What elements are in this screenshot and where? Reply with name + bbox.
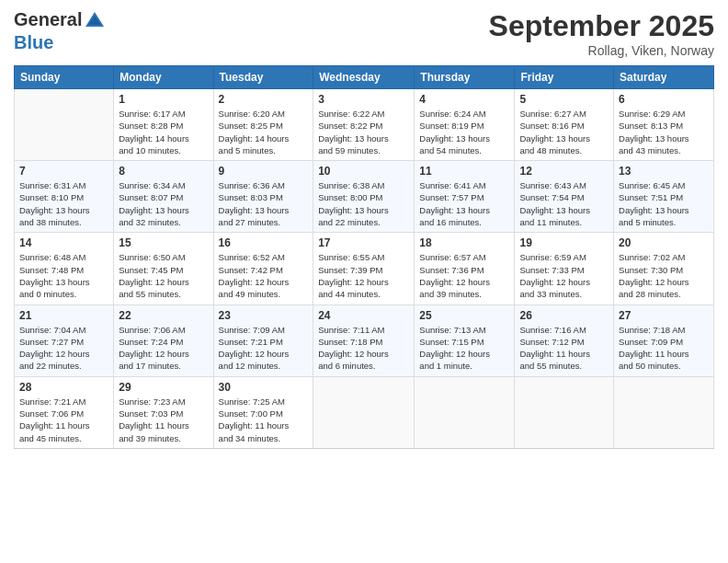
weekday-header-sunday: Sunday: [15, 66, 114, 89]
day-info: Sunrise: 6:29 AMSunset: 8:13 PMDaylight:…: [619, 108, 709, 156]
day-info: Sunrise: 6:41 AMSunset: 7:57 PMDaylight:…: [419, 179, 509, 228]
day-info: Sunrise: 7:09 AMSunset: 7:21 PMDaylight:…: [219, 324, 309, 373]
day-info: Sunrise: 6:59 AMSunset: 7:33 PMDaylight:…: [519, 251, 609, 300]
day-info: Sunrise: 6:17 AMSunset: 8:28 PMDaylight:…: [119, 108, 208, 156]
calendar-cell: 15Sunrise: 6:50 AMSunset: 7:45 PMDayligh…: [114, 233, 213, 304]
weekday-header-thursday: Thursday: [415, 66, 515, 89]
calendar-cell: 5Sunrise: 6:27 AMSunset: 8:16 PMDaylight…: [515, 89, 614, 161]
calendar-cell: 12Sunrise: 6:43 AMSunset: 7:54 PMDayligh…: [515, 161, 614, 233]
day-info: Sunrise: 6:57 AMSunset: 7:36 PMDaylight:…: [419, 251, 509, 300]
day-info: Sunrise: 6:50 AMSunset: 7:45 PMDaylight:…: [119, 251, 208, 300]
calendar-cell: 2Sunrise: 6:20 AMSunset: 8:25 PMDaylight…: [213, 89, 313, 161]
calendar-cell: [515, 376, 614, 448]
day-number: 6: [619, 93, 709, 106]
calendar-cell: 30Sunrise: 7:25 AMSunset: 7:00 PMDayligh…: [213, 376, 313, 448]
month-title: September 2025: [489, 9, 714, 43]
day-number: 8: [119, 165, 208, 178]
day-info: Sunrise: 7:16 AMSunset: 7:12 PMDaylight:…: [519, 324, 609, 373]
weekday-header-saturday: Saturday: [614, 66, 714, 89]
day-number: 11: [419, 165, 509, 178]
weekday-header-tuesday: Tuesday: [213, 66, 313, 89]
calendar-cell: 24Sunrise: 7:11 AMSunset: 7:18 PMDayligh…: [313, 304, 415, 376]
day-number: 30: [219, 381, 309, 394]
calendar-cell: 16Sunrise: 6:52 AMSunset: 7:42 PMDayligh…: [213, 233, 313, 304]
calendar-cell: 25Sunrise: 7:13 AMSunset: 7:15 PMDayligh…: [415, 304, 515, 376]
calendar-cell: 18Sunrise: 6:57 AMSunset: 7:36 PMDayligh…: [415, 233, 515, 304]
day-number: 25: [419, 309, 509, 322]
calendar-cell: 8Sunrise: 6:34 AMSunset: 8:07 PMDaylight…: [114, 161, 213, 233]
day-number: 13: [619, 165, 709, 178]
weekday-header-monday: Monday: [114, 66, 213, 89]
title-block: September 2025 Rollag, Viken, Norway: [489, 9, 714, 58]
calendar-cell: 7Sunrise: 6:31 AMSunset: 8:10 PMDaylight…: [15, 161, 114, 233]
day-info: Sunrise: 7:02 AMSunset: 7:30 PMDaylight:…: [619, 251, 709, 300]
calendar-cell: 27Sunrise: 7:18 AMSunset: 7:09 PMDayligh…: [614, 304, 714, 376]
calendar: SundayMondayTuesdayWednesdayThursdayFrid…: [14, 65, 714, 449]
day-number: 22: [119, 309, 208, 322]
logo-general: General: [14, 9, 82, 29]
calendar-cell: 6Sunrise: 6:29 AMSunset: 8:13 PMDaylight…: [614, 89, 714, 161]
day-info: Sunrise: 6:36 AMSunset: 8:03 PMDaylight:…: [219, 179, 309, 228]
calendar-cell: 21Sunrise: 7:04 AMSunset: 7:27 PMDayligh…: [15, 304, 114, 376]
day-number: 28: [19, 381, 108, 394]
logo-triangle-icon: [84, 10, 106, 32]
day-number: 19: [519, 236, 609, 249]
day-info: Sunrise: 6:38 AMSunset: 8:00 PMDaylight:…: [318, 179, 409, 228]
day-info: Sunrise: 7:21 AMSunset: 7:06 PMDaylight:…: [19, 396, 108, 444]
day-info: Sunrise: 7:23 AMSunset: 7:03 PMDaylight:…: [119, 396, 208, 444]
calendar-cell: 20Sunrise: 7:02 AMSunset: 7:30 PMDayligh…: [614, 233, 714, 304]
day-number: 21: [19, 309, 108, 322]
day-info: Sunrise: 7:11 AMSunset: 7:18 PMDaylight:…: [318, 324, 409, 373]
day-info: Sunrise: 6:34 AMSunset: 8:07 PMDaylight:…: [119, 179, 208, 228]
calendar-cell: 22Sunrise: 7:06 AMSunset: 7:24 PMDayligh…: [114, 304, 213, 376]
day-number: 3: [318, 93, 409, 106]
day-number: 2: [219, 93, 309, 106]
day-number: 14: [19, 236, 108, 249]
day-info: Sunrise: 7:13 AMSunset: 7:15 PMDaylight:…: [419, 324, 509, 373]
day-info: Sunrise: 7:18 AMSunset: 7:09 PMDaylight:…: [619, 324, 709, 373]
logo: General Blue: [14, 9, 106, 52]
weekday-header-friday: Friday: [515, 66, 614, 89]
day-number: 23: [219, 309, 309, 322]
calendar-cell: [415, 376, 515, 448]
location: Rollag, Viken, Norway: [489, 43, 714, 58]
day-info: Sunrise: 7:04 AMSunset: 7:27 PMDaylight:…: [19, 324, 108, 373]
day-info: Sunrise: 6:24 AMSunset: 8:19 PMDaylight:…: [419, 108, 509, 156]
calendar-cell: 1Sunrise: 6:17 AMSunset: 8:28 PMDaylight…: [114, 89, 213, 161]
day-number: 17: [318, 236, 409, 249]
day-info: Sunrise: 6:48 AMSunset: 7:48 PMDaylight:…: [19, 251, 108, 300]
day-number: 4: [419, 93, 509, 106]
day-info: Sunrise: 6:43 AMSunset: 7:54 PMDaylight:…: [519, 179, 609, 228]
day-number: 20: [619, 236, 709, 249]
day-number: 24: [318, 309, 409, 322]
calendar-cell: 19Sunrise: 6:59 AMSunset: 7:33 PMDayligh…: [515, 233, 614, 304]
calendar-cell: 28Sunrise: 7:21 AMSunset: 7:06 PMDayligh…: [15, 376, 114, 448]
day-number: 15: [119, 236, 208, 249]
day-number: 1: [119, 93, 208, 106]
calendar-cell: 10Sunrise: 6:38 AMSunset: 8:00 PMDayligh…: [313, 161, 415, 233]
calendar-cell: [15, 89, 114, 161]
logo-blue: Blue: [14, 32, 106, 52]
day-info: Sunrise: 6:45 AMSunset: 7:51 PMDaylight:…: [619, 179, 709, 228]
calendar-cell: [313, 376, 415, 448]
day-number: 26: [519, 309, 609, 322]
day-number: 12: [519, 165, 609, 178]
calendar-cell: 17Sunrise: 6:55 AMSunset: 7:39 PMDayligh…: [313, 233, 415, 304]
day-number: 7: [19, 165, 108, 178]
day-number: 18: [419, 236, 509, 249]
calendar-cell: 26Sunrise: 7:16 AMSunset: 7:12 PMDayligh…: [515, 304, 614, 376]
calendar-cell: 4Sunrise: 6:24 AMSunset: 8:19 PMDaylight…: [415, 89, 515, 161]
calendar-cell: 9Sunrise: 6:36 AMSunset: 8:03 PMDaylight…: [213, 161, 313, 233]
calendar-cell: 14Sunrise: 6:48 AMSunset: 7:48 PMDayligh…: [15, 233, 114, 304]
day-number: 29: [119, 381, 208, 394]
day-number: 10: [318, 165, 409, 178]
day-number: 27: [619, 309, 709, 322]
weekday-header-wednesday: Wednesday: [313, 66, 415, 89]
calendar-cell: 3Sunrise: 6:22 AMSunset: 8:22 PMDaylight…: [313, 89, 415, 161]
day-number: 9: [219, 165, 309, 178]
calendar-cell: 11Sunrise: 6:41 AMSunset: 7:57 PMDayligh…: [415, 161, 515, 233]
calendar-cell: 29Sunrise: 7:23 AMSunset: 7:03 PMDayligh…: [114, 376, 213, 448]
weekday-header-row: SundayMondayTuesdayWednesdayThursdayFrid…: [15, 66, 714, 89]
calendar-cell: 13Sunrise: 6:45 AMSunset: 7:51 PMDayligh…: [614, 161, 714, 233]
day-info: Sunrise: 7:25 AMSunset: 7:00 PMDaylight:…: [219, 396, 309, 444]
